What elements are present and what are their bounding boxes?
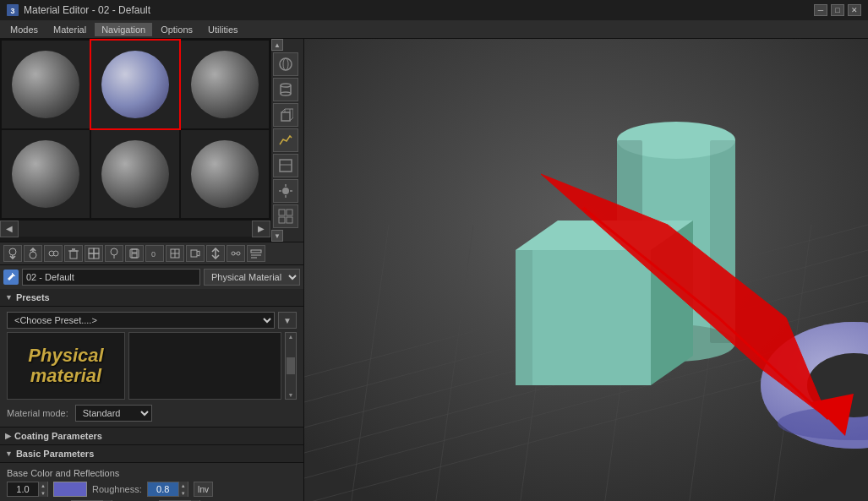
svg-point-22 <box>9 248 16 255</box>
menu-navigation[interactable]: Navigation <box>95 23 152 36</box>
sample-multiview-icon[interactable] <box>273 204 298 228</box>
nav-prev-button[interactable]: ◀ <box>0 221 19 237</box>
svg-rect-44 <box>191 250 197 257</box>
sample-bg-icon[interactable] <box>273 154 298 177</box>
scroll-up-button[interactable]: ▲ <box>271 39 283 51</box>
preset-select[interactable]: <Choose Preset....> <box>7 312 275 329</box>
sample-box-icon[interactable] <box>273 103 298 127</box>
preset-dropdown-arrow[interactable]: ▼ <box>278 312 297 329</box>
svg-rect-8 <box>281 112 290 121</box>
save-button[interactable] <box>125 245 144 262</box>
presets-arrow-icon: ▼ <box>5 293 13 302</box>
material-name-row: Physical Material <box>0 265 303 289</box>
coating-section-header[interactable]: ▶ Coating Parameters <box>0 427 303 445</box>
svg-point-24 <box>30 252 36 259</box>
physical-material-text: Physical material <box>28 346 103 386</box>
basic-section-header[interactable]: ▼ Basic Parameters <box>0 445 303 463</box>
menu-utilities[interactable]: Utilities <box>201 23 244 36</box>
base-value-up[interactable]: ▲ <box>39 482 47 489</box>
coating-arrow-icon: ▶ <box>5 432 11 440</box>
menu-modes[interactable]: Modes <box>3 23 45 36</box>
svg-rect-21 <box>287 217 292 223</box>
material-mode-label: Material mode: <box>7 408 68 418</box>
menu-options[interactable]: Options <box>154 23 199 36</box>
viewport <box>304 39 868 501</box>
preview-cell-3[interactable] <box>2 130 90 218</box>
menu-material[interactable]: Material <box>46 23 93 36</box>
svg-point-2 <box>280 58 292 70</box>
presets-section-header[interactable]: ▼ Presets <box>0 289 303 307</box>
viewport-svg <box>304 39 868 501</box>
base-color-swatch[interactable] <box>53 482 87 497</box>
delete-button[interactable] <box>64 245 83 262</box>
preview-grid-container: ◀ ▶ ▲ <box>0 39 303 242</box>
basic-label: Basic Parameters <box>16 449 94 459</box>
material-mode-select[interactable]: StandardAdvanced <box>75 405 152 422</box>
svg-point-35 <box>111 248 117 255</box>
multi-select-button[interactable] <box>247 245 265 262</box>
base-value-down[interactable]: ▼ <box>39 489 47 497</box>
sample-sphere-icon[interactable] <box>273 52 298 76</box>
preset-scrollbar[interactable]: ▲ ▼ <box>285 332 297 400</box>
scroll-down-button[interactable]: ▼ <box>271 230 283 242</box>
spread2-button[interactable] <box>227 245 245 262</box>
sphere-gray-4 <box>101 140 169 208</box>
params-area: ▼ Presets <Choose Preset....> ▼ Physical… <box>0 289 303 501</box>
video-color-button[interactable] <box>186 245 205 262</box>
svg-rect-38 <box>132 249 137 253</box>
preview-grid <box>0 39 270 220</box>
svg-point-3 <box>283 58 288 70</box>
svg-text:0: 0 <box>151 250 156 259</box>
svg-point-46 <box>232 252 235 255</box>
inv-button[interactable]: Inv <box>194 482 213 497</box>
svg-rect-11 <box>280 160 292 172</box>
material-type-select[interactable]: Physical Material <box>204 269 300 286</box>
sphere-gray-0 <box>12 51 79 118</box>
material-edit-icon <box>3 270 19 285</box>
sample-custom-icon[interactable] <box>273 128 298 152</box>
sphere-gray-2 <box>191 51 259 118</box>
roughness-spinbox[interactable]: ▲ ▼ <box>147 482 188 497</box>
material-name-input[interactable] <box>22 269 200 286</box>
roughness-input[interactable] <box>148 484 178 494</box>
sphere-gray-5 <box>191 140 259 208</box>
left-panel: ◀ ▶ ▲ <box>0 39 304 501</box>
preview-cell-5[interactable] <box>181 130 269 218</box>
pick-material-button[interactable] <box>105 245 123 262</box>
svg-rect-18 <box>279 210 285 215</box>
assign-material-button[interactable] <box>44 245 63 262</box>
basic-section-body: Base Color and Reflections ▲ ▼ Roughness… <box>0 463 303 501</box>
nav-next-button[interactable]: ▶ <box>252 221 270 237</box>
sphere-blue-1 <box>101 51 169 118</box>
base-value-spinbox[interactable]: ▲ ▼ <box>7 482 48 497</box>
put-material-button[interactable] <box>24 245 42 262</box>
sample-light-icon[interactable] <box>273 179 298 203</box>
presets-section-body: <Choose Preset....> ▼ Physical material … <box>0 307 303 427</box>
svg-rect-19 <box>287 210 292 215</box>
channel-button[interactable]: 0 <box>145 245 164 262</box>
svg-rect-49 <box>251 250 261 253</box>
svg-rect-28 <box>70 251 77 259</box>
minimize-button[interactable]: ─ <box>814 4 827 16</box>
base-value-input[interactable] <box>8 484 38 494</box>
svg-point-13 <box>282 188 289 194</box>
roughness-down[interactable]: ▼ <box>179 489 188 497</box>
make-preview-button[interactable] <box>85 245 103 262</box>
svg-point-7 <box>281 92 291 95</box>
presets-label: Presets <box>16 292 50 302</box>
show-map-button[interactable] <box>166 245 184 262</box>
preview-cell-0[interactable] <box>2 41 90 128</box>
get-material-button[interactable] <box>3 245 22 262</box>
preview-cell-2[interactable] <box>181 41 269 128</box>
roughness-up[interactable]: ▲ <box>179 482 188 489</box>
spread-icon-button[interactable] <box>206 245 225 262</box>
basic-arrow-icon: ▼ <box>5 449 13 458</box>
svg-rect-32 <box>94 248 99 253</box>
svg-point-4 <box>281 84 291 87</box>
preview-cell-4[interactable] <box>91 130 179 218</box>
close-button[interactable]: ✕ <box>848 4 861 16</box>
sample-cylinder-icon[interactable] <box>273 78 298 101</box>
restore-button[interactable]: □ <box>831 4 844 16</box>
preview-cell-1[interactable] <box>91 41 179 128</box>
preset-preview-empty <box>128 332 281 400</box>
